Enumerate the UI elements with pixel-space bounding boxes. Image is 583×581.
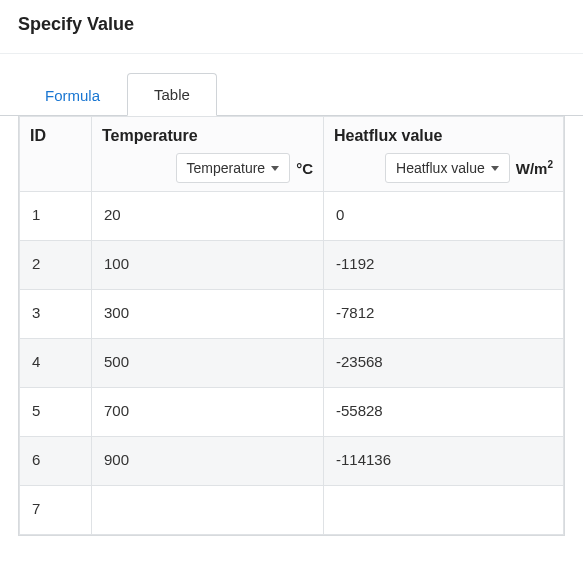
col-header-id: ID [20,117,92,192]
caret-down-icon [271,166,279,171]
cell-heatflux[interactable]: 0 [324,192,564,241]
cell-heatflux[interactable]: -23568 [324,339,564,388]
table-row: 2100-1192 [20,241,564,290]
dialog-title: Specify Value [18,14,565,35]
cell-id[interactable]: 4 [20,339,92,388]
data-table: ID Temperature Temperature °C Heatflux v… [19,116,564,535]
cell-heatflux[interactable]: -114136 [324,437,564,486]
cell-temperature[interactable]: 900 [92,437,324,486]
col-header-temperature-label: Temperature [92,117,323,153]
cell-id[interactable]: 6 [20,437,92,486]
dialog-header: Specify Value [0,0,583,54]
cell-id-value: 5 [20,388,91,436]
cell-heatflux-value: -55828 [324,388,563,436]
cell-temperature[interactable]: 100 [92,241,324,290]
caret-down-icon [491,166,499,171]
cell-id[interactable]: 1 [20,192,92,241]
cell-temperature-value: 900 [92,437,323,485]
cell-id-value: 1 [20,192,91,240]
tab-formula[interactable]: Formula [18,74,127,116]
cell-id-value: 4 [20,339,91,387]
heatflux-unit-label: W/m2 [516,159,553,177]
cell-temperature[interactable]: 20 [92,192,324,241]
cell-heatflux[interactable]: -55828 [324,388,564,437]
cell-heatflux-value: -23568 [324,339,563,387]
col-header-id-label: ID [20,117,91,153]
cell-temperature-value: 20 [92,192,323,240]
cell-heatflux-value: -114136 [324,437,563,485]
cell-temperature-value [92,486,323,534]
cell-temperature-value: 100 [92,241,323,289]
temperature-unit-dropdown[interactable]: Temperature [176,153,291,183]
cell-temperature-value: 700 [92,388,323,436]
cell-temperature[interactable]: 500 [92,339,324,388]
cell-id-value: 3 [20,290,91,338]
tab-table[interactable]: Table [127,73,217,116]
heatflux-dropdown-label: Heatflux value [396,160,485,176]
cell-id-value: 6 [20,437,91,485]
table-row: 7 [20,486,564,535]
cell-temperature[interactable]: 700 [92,388,324,437]
temperature-dropdown-label: Temperature [187,160,266,176]
table-row: 6900-114136 [20,437,564,486]
col-header-heatflux-label: Heatflux value [324,117,563,153]
table-row: 5700-55828 [20,388,564,437]
table-row: 1200 [20,192,564,241]
table-row: 4500-23568 [20,339,564,388]
cell-id-value: 2 [20,241,91,289]
table-body: 12002100-11923300-78124500-235685700-558… [20,192,564,535]
cell-temperature-value: 300 [92,290,323,338]
cell-heatflux-value: -7812 [324,290,563,338]
col-header-temperature: Temperature Temperature °C [92,117,324,192]
cell-temperature[interactable]: 300 [92,290,324,339]
cell-heatflux-value: -1192 [324,241,563,289]
data-table-wrap: ID Temperature Temperature °C Heatflux v… [18,116,565,536]
tabs-bar: Formula Table [0,54,583,116]
col-header-heatflux: Heatflux value Heatflux value W/m2 [324,117,564,192]
cell-id-value: 7 [20,486,91,534]
cell-temperature-value: 500 [92,339,323,387]
temperature-unit-label: °C [296,160,313,177]
cell-heatflux-value [324,486,563,534]
heatflux-unit-dropdown[interactable]: Heatflux value [385,153,510,183]
cell-id[interactable]: 7 [20,486,92,535]
cell-heatflux[interactable]: -7812 [324,290,564,339]
cell-heatflux[interactable]: -1192 [324,241,564,290]
cell-id[interactable]: 2 [20,241,92,290]
cell-id[interactable]: 3 [20,290,92,339]
cell-heatflux[interactable] [324,486,564,535]
table-row: 3300-7812 [20,290,564,339]
cell-temperature[interactable] [92,486,324,535]
cell-id[interactable]: 5 [20,388,92,437]
cell-heatflux-value: 0 [324,192,563,240]
